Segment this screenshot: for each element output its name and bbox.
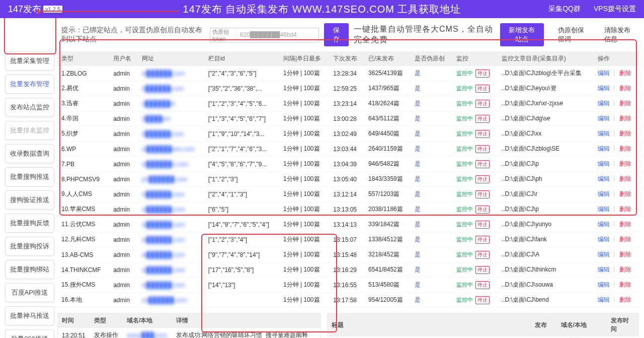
log-cell: 13:20:51	[58, 328, 90, 338]
cell-monitor[interactable]: 监控中 停止	[452, 247, 498, 262]
cell-count: 513/4580篇	[364, 278, 411, 293]
edit-link[interactable]: 编辑	[598, 236, 610, 243]
cell-interval: 1分钟 | 100篇	[279, 217, 329, 232]
log-cell: 发布操作	[90, 328, 123, 338]
table-row: 16.本地adminze██████.com1分钟 | 100篇13:17:58…	[57, 293, 639, 308]
delete-link[interactable]: 删除	[619, 236, 631, 243]
delete-link[interactable]: 删除	[619, 296, 631, 303]
table-row: 11.云优CMSadminw██████.com["14","9","7","6…	[57, 217, 639, 232]
cell-type: 13.AB-CMS	[57, 247, 109, 262]
edit-link[interactable]: 编辑	[598, 266, 610, 273]
ll-h0: 时间	[58, 313, 90, 328]
lr-h2: 域名/本地	[557, 313, 607, 336]
cell-url[interactable]: w██████.com	[138, 247, 204, 262]
app-brand: 147发布 v1.2.5	[8, 3, 62, 15]
sidebar-item-7[interactable]: 批量搜狗反馈	[5, 214, 54, 233]
topbar: 147发布 v1.2.5 147发布 自动采集发布 WWW.147SEO.COM…	[0, 0, 644, 18]
cell-url[interactable]: w██████.com	[138, 217, 204, 232]
table-row: 12.凡科CMSadminw██████.com["1","2","3","4"…	[57, 232, 639, 247]
sidebar-item-12[interactable]: 批量360推送	[5, 329, 54, 338]
cell-url[interactable]: ze██████.com	[138, 293, 204, 308]
cell-user: admin	[109, 293, 138, 308]
cell-monitor[interactable]: 监控中 停止	[452, 293, 498, 308]
cell-type: 12.凡科CMS	[57, 232, 109, 247]
edit-link[interactable]: 编辑	[598, 281, 610, 288]
cell-pseudo[interactable]: 是	[411, 247, 452, 262]
version-badge: v1.2.5	[43, 6, 62, 13]
lr-h3: 发布时间	[607, 313, 638, 336]
sidebar: 批量采集管理批量发布管理发布站点监控批量排名监控收录数据查询批量搜狗推送搜狗验证…	[5, 51, 54, 338]
edit-link[interactable]: 编辑	[598, 221, 610, 228]
cell-dir: ..D:\桌面\CJ\bend	[498, 293, 594, 308]
brand-text: 147发布	[8, 3, 41, 15]
sidebar-item-6[interactable]: 搜狗验证推送	[5, 190, 54, 210]
edit-link[interactable]: 编辑	[598, 251, 610, 258]
cell-user: admin	[109, 217, 138, 232]
cell-count: 3218/452篇	[364, 247, 411, 262]
sidebar-item-5[interactable]: 批量搜狗推送	[5, 167, 54, 186]
cell-url[interactable]: w██████.com	[138, 278, 204, 293]
cell-monitor[interactable]: 监控中 停止	[452, 217, 498, 232]
cell-user: admin	[109, 232, 138, 247]
sidebar-item-9[interactable]: 批量搜狗绑站	[5, 260, 54, 279]
cell-ops: 编辑 丨 删除	[594, 217, 639, 232]
delete-link[interactable]: 删除	[619, 251, 631, 258]
delete-link[interactable]: 删除	[619, 281, 631, 288]
cell-count: 6541/8452篇	[364, 262, 411, 278]
cell-type: 16.本地	[57, 293, 109, 308]
cell-type: 11.云优CMS	[57, 217, 109, 232]
delete-link[interactable]: 删除	[619, 266, 631, 273]
ll-h1: 类型	[90, 313, 123, 328]
sidebar-item-8[interactable]: 批量搜狗投诉	[5, 237, 54, 256]
cell-url[interactable]: w██████.com	[138, 262, 204, 278]
delete-link[interactable]: 删除	[619, 221, 631, 228]
lr-h0: 标题	[328, 313, 530, 336]
cell-col: ["14","9","7","6","5","4"]	[204, 217, 279, 232]
cell-url[interactable]: w██████.com	[138, 232, 204, 247]
cell-dir: ..D:\桌面\CJ\fank	[498, 232, 594, 247]
log-cell: www.███.com	[123, 328, 172, 338]
edit-link[interactable]: 编辑	[598, 296, 610, 303]
cell-ops: 编辑 丨 删除	[594, 262, 639, 278]
cell-dir: ..D:\桌面\CJ\thinkcm	[498, 262, 594, 278]
cell-dir: ..D:\桌面\CJ\A	[498, 247, 594, 262]
cell-type: 15.搜外CMS	[57, 278, 109, 293]
cell-user: admin	[109, 278, 138, 293]
cell-user: admin	[109, 247, 138, 262]
log-right-panel: 标题发布域名/本地发布时间15.Amazonlisting强化难上加难咋办_已发…	[327, 313, 639, 338]
link-qq-group[interactable]: 采集QQ群	[548, 5, 581, 14]
cell-ops: 编辑 丨 删除	[594, 278, 639, 293]
cell-pseudo[interactable]: 是	[411, 232, 452, 247]
cell-count: 1338/4512篇	[364, 232, 411, 247]
sidebar-item-4[interactable]: 收录数据查询	[5, 144, 54, 163]
ll-h2: 域名/本地	[123, 313, 172, 328]
token-input[interactable]	[236, 29, 318, 40]
cell-monitor[interactable]: 监控中 停止	[452, 232, 498, 247]
link-vps-settings[interactable]: VPS拨号设置	[594, 5, 636, 14]
cell-ops: 编辑 丨 删除	[594, 293, 639, 308]
cell-pseudo[interactable]: 是	[411, 262, 452, 278]
cell-dir: ..D:\桌面\CJ\yunyo	[498, 217, 594, 232]
cell-pseudo[interactable]: 是	[411, 217, 452, 232]
sidebar-item-11[interactable]: 批量神马推送	[5, 306, 54, 325]
cell-user: admin	[109, 262, 138, 278]
cell-monitor[interactable]: 监控中 停止	[452, 262, 498, 278]
topbar-title: 147发布 自动采集发布 WWW.147SEO.COM 工具获取地址	[0, 3, 644, 16]
cell-dir: ..D:\桌面\CJ\souwa	[498, 278, 594, 293]
cell-next: 13:14:13	[329, 217, 364, 232]
cell-pseudo[interactable]: 是	[411, 278, 452, 293]
cell-type: 14.THINKCMF	[57, 262, 109, 278]
cell-pseudo[interactable]: 是	[411, 293, 452, 308]
sidebar-item-2[interactable]: 发布站点监控	[5, 98, 54, 117]
sidebar-item-10[interactable]: 百度API推送	[5, 283, 54, 302]
cell-monitor[interactable]: 监控中 停止	[452, 278, 498, 293]
cell-count: 954/12005篇	[364, 293, 411, 308]
cell-ops: 编辑 丨 删除	[594, 232, 639, 247]
sidebar-item-1[interactable]: 批量发布管理	[5, 75, 54, 94]
lr-h1: 发布	[531, 313, 557, 336]
sidebar-item-3[interactable]: 批量排名监控	[5, 121, 54, 140]
cell-ops: 编辑 丨 删除	[594, 247, 639, 262]
table-row: 14.THINKCMFadminw██████.com["17","16","5…	[57, 262, 639, 278]
cell-count: 339/1842篇	[364, 217, 411, 232]
table-row: 13.AB-CMSadminw██████.com["9","7","4","8…	[57, 247, 639, 262]
